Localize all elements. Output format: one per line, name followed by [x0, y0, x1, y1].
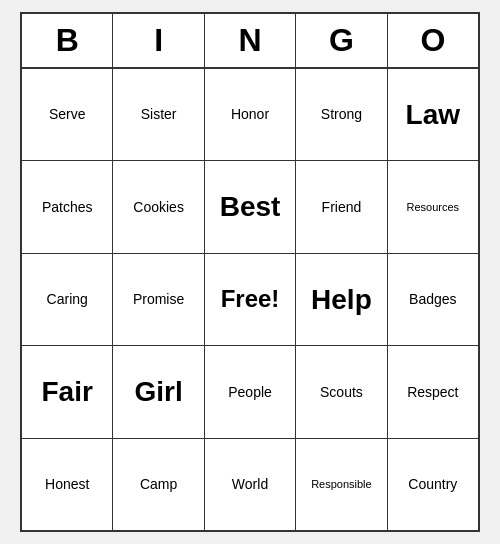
bingo-cell[interactable]: Scouts: [296, 346, 387, 437]
bingo-body: ServeSisterHonorStrongLawPatchesCookiesB…: [22, 69, 478, 530]
bingo-cell[interactable]: Caring: [22, 254, 113, 345]
bingo-cell[interactable]: Patches: [22, 161, 113, 252]
bingo-cell[interactable]: Honor: [205, 69, 296, 160]
header-letter: I: [113, 14, 204, 67]
bingo-card: BINGO ServeSisterHonorStrongLawPatchesCo…: [20, 12, 480, 532]
bingo-cell[interactable]: Law: [388, 69, 478, 160]
bingo-row: ServeSisterHonorStrongLaw: [22, 69, 478, 161]
bingo-cell[interactable]: Free!: [205, 254, 296, 345]
bingo-cell[interactable]: Help: [296, 254, 387, 345]
bingo-cell[interactable]: Sister: [113, 69, 204, 160]
bingo-cell[interactable]: Girl: [113, 346, 204, 437]
bingo-cell[interactable]: Fair: [22, 346, 113, 437]
bingo-cell[interactable]: Honest: [22, 439, 113, 530]
bingo-cell[interactable]: World: [205, 439, 296, 530]
bingo-row: HonestCampWorldResponsibleCountry: [22, 439, 478, 530]
bingo-cell[interactable]: Best: [205, 161, 296, 252]
bingo-row: CaringPromiseFree!HelpBadges: [22, 254, 478, 346]
bingo-cell[interactable]: People: [205, 346, 296, 437]
header-letter: N: [205, 14, 296, 67]
bingo-cell[interactable]: Camp: [113, 439, 204, 530]
bingo-cell[interactable]: Country: [388, 439, 478, 530]
bingo-cell[interactable]: Badges: [388, 254, 478, 345]
bingo-cell[interactable]: Serve: [22, 69, 113, 160]
bingo-cell[interactable]: Responsible: [296, 439, 387, 530]
bingo-cell[interactable]: Promise: [113, 254, 204, 345]
bingo-row: PatchesCookiesBestFriendResources: [22, 161, 478, 253]
bingo-cell[interactable]: Respect: [388, 346, 478, 437]
header-letter: G: [296, 14, 387, 67]
bingo-header: BINGO: [22, 14, 478, 69]
bingo-cell[interactable]: Friend: [296, 161, 387, 252]
bingo-cell[interactable]: Resources: [388, 161, 478, 252]
header-letter: O: [388, 14, 478, 67]
bingo-row: FairGirlPeopleScoutsRespect: [22, 346, 478, 438]
bingo-cell[interactable]: Strong: [296, 69, 387, 160]
bingo-cell[interactable]: Cookies: [113, 161, 204, 252]
header-letter: B: [22, 14, 113, 67]
